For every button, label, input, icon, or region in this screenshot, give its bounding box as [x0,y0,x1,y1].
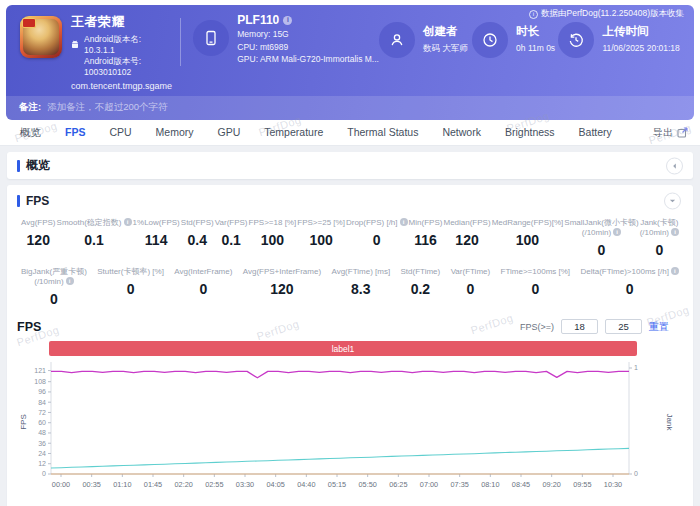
stat-value-avg-interframe: 0 [174,281,232,297]
stat-value-delta-ftime: 0 [580,281,678,297]
stat-value-avg-ftime: 8.3 [331,281,390,297]
tab-temperature[interactable]: Temperature [252,126,335,140]
app-package: com.tencent.tmgp.sgame [71,81,172,91]
tab-thermal-status[interactable]: Thermal Status [335,126,430,140]
svg-text:04:05: 04:05 [267,480,285,489]
session-header: 王者荣耀 Android版本名: 10.3.1.1 Android版本号: 10… [6,5,694,120]
stat-label-bigjank: BigJank(严重卡顿) (/10min)i [21,267,87,287]
tab-overview[interactable]: 概览 [8,126,53,140]
fps-section-title: FPS [26,194,49,208]
tab-cpu[interactable]: CPU [97,126,143,140]
stat-value-jank: 0 [640,242,679,258]
collapse-overview-button[interactable] [666,157,683,174]
overview-title: 概览 [26,157,50,174]
svg-text:08:45: 08:45 [512,480,530,489]
info-icon[interactable]: i [400,218,408,226]
tab-gpu[interactable]: GPU [206,126,253,140]
svg-text:03:30: 03:30 [236,480,254,489]
stat-avg-fps: Avg(FPS)120 [21,218,56,258]
stat-label-ftime-ge-100ms: FTime>=100ms [%] [501,267,571,277]
stat-value-smooth: 0.1 [57,232,132,248]
svg-text:00:00: 00:00 [52,480,70,489]
tab-battery[interactable]: Battery [567,126,624,140]
info-icon[interactable]: i [66,277,74,285]
stat-avg-interframe: Avg(InterFrame)0 [174,267,232,307]
duration-value: 0h 11m 0s [516,43,555,53]
svg-text:121: 121 [34,367,46,374]
stat-value-std-ftime: 0.2 [401,281,441,297]
svg-text:02:55: 02:55 [205,480,223,489]
metric-tabbar: 概览FPSCPUMemoryGPUTemperatureThermal Stat… [0,120,700,146]
stat-min-fps: Min(FPS)116 [409,218,443,258]
device-info-icon[interactable]: i [283,16,292,25]
stat-value-min-fps: 116 [409,232,443,248]
stat-label-delta-ftime: Delta(FTime)>100ms [/h]i [580,267,678,277]
stat-value-avg-fps: 120 [21,232,56,248]
fps-threshold-controls: FPS(>=) 重置 [520,319,683,334]
stat-avg-ftime: Avg(FTime) [ms]8.3 [331,267,390,307]
stat-delta-ftime: Delta(FTime)>100ms [/h]i0 [580,267,678,307]
stat-label-std-fps: Std(FPS) [181,218,214,228]
note-bar[interactable]: 备注: 添加备注，不超过200个字符 [6,96,694,120]
upload-time-value: 11/06/2025 20:01:18 [602,43,679,53]
fps-threshold-label: FPS(>=) [520,322,554,332]
svg-text:24: 24 [38,450,46,457]
stat-var-ftime: Var(FTime)0 [451,267,491,307]
clock-icon [472,22,508,58]
stat-label-median-fps: Median(FPS) [443,218,490,228]
tab-fps[interactable]: FPS [53,126,97,140]
header-divider [180,18,181,66]
stat-value-var-ftime: 0 [451,281,491,297]
fps-chart[interactable]: 012243648607284961081210100:0000:3501:10… [17,356,681,506]
stat-medrange-fps: MedRange(FPS)[%]100 [492,218,564,258]
stat-smooth: Smooth(稳定指数)i0.1 [57,218,132,258]
stat-drop-fps: Drop(FPS) [/h]i0 [346,218,408,258]
reset-link[interactable]: 重置 [649,320,669,334]
android-icon [71,36,80,54]
device-memory: Memory: 15G [237,28,379,41]
info-icon[interactable]: i [613,228,621,236]
stat-std-fps: Std(FPS)0.4 [181,218,214,258]
svg-text:08:10: 08:10 [481,480,499,489]
svg-text:12: 12 [38,460,46,467]
stat-value-drop-fps: 0 [346,232,408,248]
info-icon: i [529,10,538,19]
device-info: PLF110 i Memory: 15G CPU: mt6989 GPU: AR… [193,13,379,66]
info-icon[interactable]: i [671,228,679,236]
stat-value-avg-fps-interframe: 120 [243,281,321,297]
fps-section: FPS Avg(FPS)120Smooth(稳定指数)i0.11%Low(FPS… [7,185,693,506]
duration-label: 时长 [516,24,555,39]
stat-jank: Jank(卡顿) (/10min)i0 [640,218,679,258]
fps-threshold-low-input[interactable] [561,319,598,334]
svg-text:07:00: 07:00 [420,480,438,489]
stat-value-fps-ge-25: 100 [297,232,345,248]
stat-value-var-fps: 0.1 [215,232,248,248]
collector-version-note: i 数据由PerfDog(11.2.250408)版本收集 [529,8,684,20]
stat-std-ftime: Std(FTime)0.2 [401,267,441,307]
svg-text:108: 108 [34,378,46,385]
stat-var-fps: Var(FPS)0.1 [215,218,248,258]
stat-label-stutter: Stutter(卡顿率) [%] [97,267,164,277]
svg-text:96: 96 [38,388,46,395]
info-icon[interactable]: i [671,267,679,275]
fps-threshold-high-input[interactable] [605,319,642,334]
collapse-fps-button[interactable] [664,192,681,209]
tab-memory[interactable]: Memory [144,126,206,140]
tab-network[interactable]: Network [430,126,493,140]
info-icon[interactable]: i [124,218,132,226]
duration-block: 时长 0h 11m 0s [472,22,558,58]
svg-text:09:20: 09:20 [543,480,561,489]
stat-value-median-fps: 120 [443,232,490,248]
stat-bigjank: BigJank(严重卡顿) (/10min)i0 [21,267,87,307]
stat-label-fps-ge-18: FPS>=18 [%] [249,218,297,228]
label1-band[interactable]: label1 [49,341,637,356]
svg-text:04:40: 04:40 [297,480,315,489]
section-accent-bar [17,160,20,172]
tab-brightness[interactable]: Brightness [493,126,567,140]
fps-chart-title: FPS [17,320,41,334]
stat-label-smalljank: SmallJank(微小卡顿) (/10min)i [564,218,638,238]
svg-text:07:35: 07:35 [451,480,469,489]
svg-text:FPS: FPS [19,414,28,430]
stat-label-avg-ftime: Avg(FTime) [ms] [331,267,390,277]
export-button[interactable]: 导出 [653,126,688,140]
